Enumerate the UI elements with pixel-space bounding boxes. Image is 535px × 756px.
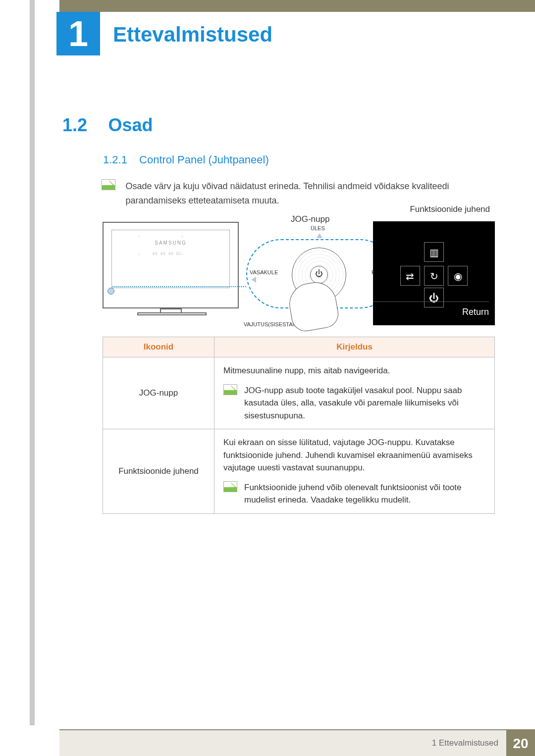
power-led-icon [107, 288, 114, 295]
note-icon [223, 481, 237, 492]
direction-up-label: ÜLES [311, 225, 325, 231]
row-note-text: JOG-nupp asub toote tagaküljel vasakul p… [244, 384, 485, 422]
chapter-title: Ettevalmistused [113, 23, 272, 47]
function-guide-icons: ▥ ⇄ ↻ ◉ ⏻ [373, 241, 495, 308]
table-cell-desc: Kui ekraan on sisse lülitatud, vajutage … [214, 429, 495, 514]
subsection-title: Control Panel (Juhtpaneel) [139, 153, 269, 166]
table-header-desc: Kirjeldus [214, 337, 495, 357]
jog-button-label: JOG-nupp [291, 214, 329, 224]
subsection-heading: 1.2.1 Control Panel (Juhtpaneel) [103, 153, 269, 166]
table-row: JOG-nupp Mitmesuunaline nupp, mis aitab … [103, 357, 495, 429]
intro-note-text: Osade värv ja kuju võivad näidatust erin… [125, 179, 487, 208]
intro-note: Osade värv ja kuju võivad näidatust erin… [102, 179, 493, 208]
footer-page-number: 20 [506, 730, 535, 756]
callout-line [112, 286, 246, 287]
monitor-panel: ○ ○ SAMSUNG ○ ○ ▭ ▭ ▭ ▭ [111, 230, 230, 288]
stand-base [137, 312, 207, 315]
row-note: Funktsioonide juhend võib olenevalt funk… [223, 481, 485, 506]
icons-description-table: Ikoonid Kirjeldus JOG-nupp Mitmesuunalin… [103, 337, 495, 514]
chapter-number-box: 1 [56, 12, 100, 55]
footer-chapter-label: 1 Ettevalmistused [432, 738, 498, 748]
port-row: ▭ ▭ ▭ ▭ [153, 251, 181, 256]
loop-icon: ⇄ [400, 266, 420, 286]
eye-icon: ◉ [448, 266, 468, 286]
table-row: Funktsioonide juhend Kui ekraan on sisse… [103, 429, 495, 514]
section-heading: 1.2 Osad [62, 115, 153, 136]
page-footer: 1 Ettevalmistused 20 [59, 729, 535, 756]
subsection-number: 1.2.1 [103, 153, 127, 166]
left-margin-stripe [30, 0, 35, 725]
function-guide-panel: ▥ ⇄ ↻ ◉ ⏻ Return [373, 221, 495, 325]
monitor-brand-label: SAMSUNG [112, 240, 229, 246]
table-cell-icon-label: Funktsioonide juhend [103, 429, 214, 514]
row-desc-text: Kui ekraan on sisse lülitatud, vajutage … [223, 436, 485, 474]
note-icon [223, 384, 237, 395]
row-desc-text: Mitmesuunaline nupp, mis aitab navigeeri… [223, 364, 485, 377]
table-header-row: Ikoonid Kirjeldus [103, 337, 495, 357]
row-note-text: Funktsioonide juhend võib olenevalt funk… [244, 481, 485, 506]
table-header-icons: Ikoonid [103, 337, 214, 357]
monitor-rear-illustration: ○ ○ SAMSUNG ○ ○ ▭ ▭ ▭ ▭ [103, 222, 239, 308]
section-number: 1.2 [62, 115, 87, 136]
menu-grid-icon: ▥ [424, 242, 444, 262]
section-title: Osad [108, 115, 153, 136]
table-cell-icon-label: JOG-nupp [103, 357, 214, 429]
vesa-dots-top: ○ ○ [112, 234, 229, 239]
arrow-up-icon [317, 233, 322, 238]
function-guide-title: Funktsioonide juhend [410, 204, 490, 214]
row-note: JOG-nupp asub toote tagaküljel vasakul p… [223, 384, 485, 422]
function-guide-return: Return [373, 302, 489, 317]
control-panel-diagram: ○ ○ SAMSUNG ○ ○ ▭ ▭ ▭ ▭ JOG-nupp ÜLES AL… [103, 214, 495, 333]
jog-center-power-icon [310, 266, 328, 284]
refresh-icon: ↻ [424, 266, 444, 286]
top-accent-bar [59, 0, 535, 12]
table-cell-desc: Mitmesuunaline nupp, mis aitab navigeeri… [214, 357, 495, 429]
note-icon [102, 179, 115, 190]
